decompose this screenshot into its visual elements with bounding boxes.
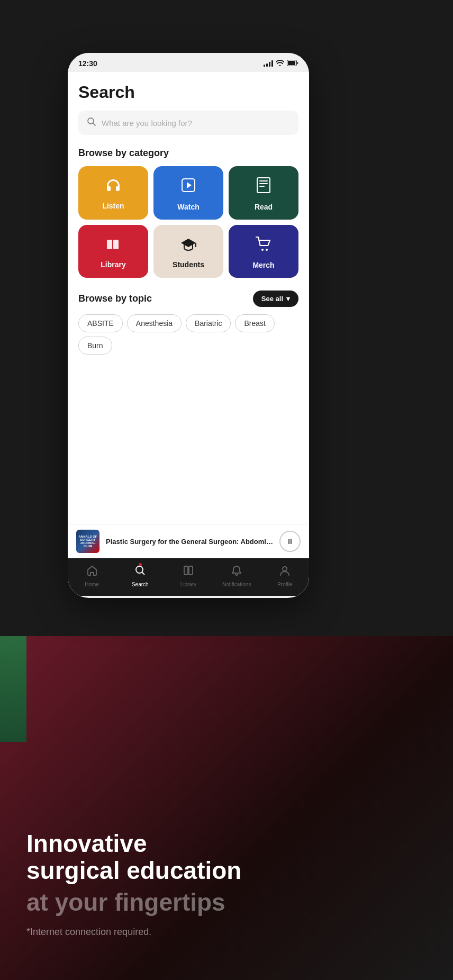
promo-title-line1: Innovative surgical education [26,830,427,884]
svg-rect-8 [259,186,265,187]
graduation-icon [180,237,197,255]
tile-watch[interactable]: Watch [153,166,223,220]
profile-icon [279,565,291,579]
play-icon [180,177,197,197]
status-time: 12:30 [78,59,97,68]
topic-pill-burn[interactable]: Burn [78,337,112,355]
scroll-area: Search What are you looking for? Browse … [68,72,309,524]
topic-pill-bariatric[interactable]: Bariatric [186,314,231,332]
now-playing-title: Plastic Surgery for the General Surgeon:… [106,538,273,546]
tile-library[interactable]: Library [78,225,148,278]
topic-header: Browse by topic See all ▾ [78,291,298,307]
album-art-text: ANNALS OF SURGERY JOURNAL CLUB [76,530,99,553]
search-input-placeholder: What are you looking for? [102,119,192,128]
home-icon [86,565,98,579]
svg-rect-7 [259,183,268,184]
signal-bars-icon [264,60,273,67]
phone-content: Search What are you looking for? Browse … [68,72,309,596]
tile-library-label: Library [101,260,125,269]
chevron-down-icon: ▾ [286,295,290,303]
svg-rect-5 [257,178,270,193]
browse-topic-section: Browse by topic See all ▾ ABSITE Anesthe… [78,291,298,355]
svg-rect-10 [113,240,119,249]
category-grid: Listen Watch [78,166,298,278]
wifi-icon [276,60,284,68]
nav-label-home: Home [85,582,99,587]
topic-pill-absite[interactable]: ABSITE [78,314,123,332]
svg-point-2 [88,118,94,124]
nav-item-profile[interactable]: Profile [269,565,301,587]
svg-marker-11 [181,239,196,247]
browse-category-title: Browse by category [78,148,298,159]
nav-label-library: Library [180,582,197,587]
nav-item-home[interactable]: Home [76,565,108,587]
tile-listen[interactable]: Listen [78,166,148,220]
svg-marker-4 [187,182,192,188]
promo-section: Innovative surgical education at your fi… [0,636,453,980]
tile-read-label: Read [255,203,273,211]
status-icons [264,60,298,68]
topic-pill-breast[interactable]: Breast [235,314,274,332]
promo-footnote: *Internet connection required. [26,927,427,938]
library-icon [105,237,122,255]
svg-rect-6 [259,180,268,182]
topic-pills: ABSITE Anesthesia Bariatric Breast Burn [78,314,298,355]
album-art: ANNALS OF SURGERY JOURNAL CLUB [76,530,99,553]
svg-point-18 [283,567,287,571]
nav-label-search: Search [132,582,149,587]
svg-point-14 [266,249,268,251]
nav-item-search[interactable]: Search [124,565,156,587]
promo-subtitle: at your fingertips [26,889,427,916]
svg-rect-16 [184,566,188,575]
play-pause-button[interactable]: ⏸ [279,531,301,552]
library-nav-icon [183,565,194,579]
tile-students-label: Students [173,260,204,269]
browse-topic-title: Browse by topic [78,293,152,304]
svg-point-13 [261,249,264,251]
svg-rect-9 [107,240,112,249]
tile-read[interactable]: Read [229,166,298,220]
now-playing-bar[interactable]: ANNALS OF SURGERY JOURNAL CLUB Plastic S… [68,524,309,558]
svg-rect-1 [288,61,295,65]
cart-icon [255,236,272,256]
nav-item-library[interactable]: Library [173,565,204,587]
tile-students[interactable]: Students [153,225,223,278]
battery-icon [287,60,298,68]
see-all-button[interactable]: See all ▾ [253,291,298,307]
headphones-icon [105,178,122,196]
page-title: Search [78,83,298,102]
nav-label-notifications: Notifications [222,582,251,587]
tile-listen-label: Listen [102,202,124,210]
nav-item-notifications[interactable]: Notifications [221,565,252,587]
tile-merch[interactable]: Merch [229,225,298,278]
bell-icon [231,565,242,579]
nav-label-profile: Profile [277,582,292,587]
phone-frame: 12:30 [68,53,309,598]
search-bar[interactable]: What are you looking for? [78,111,298,135]
tile-merch-label: Merch [252,261,274,269]
status-bar: 12:30 [68,53,309,72]
promo-image [0,636,26,742]
svg-rect-17 [189,566,193,575]
bottom-nav: Home Search [68,558,309,596]
search-icon [87,117,96,129]
tile-watch-label: Watch [177,203,199,211]
search-nav-icon [134,565,146,579]
now-playing-info: Plastic Surgery for the General Surgeon:… [106,538,273,546]
book-icon [256,177,271,197]
browse-category-section: Browse by category Listen [78,148,298,278]
pause-icon: ⏸ [286,537,294,546]
search-active-dot [139,563,142,566]
topic-pill-anesthesia[interactable]: Anesthesia [127,314,182,332]
